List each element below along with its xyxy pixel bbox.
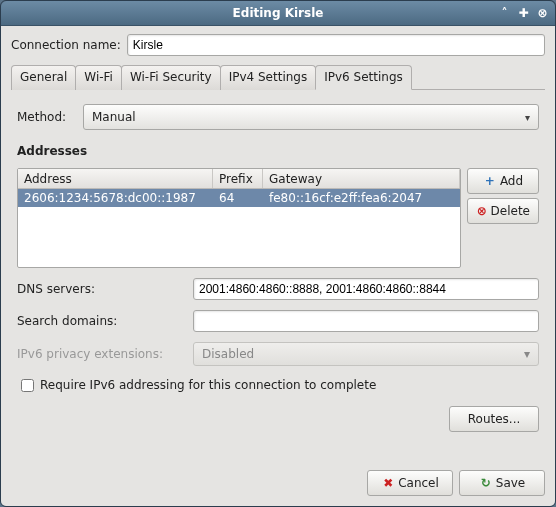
cancel-icon: ✖	[381, 476, 395, 490]
save-label: Save	[496, 476, 525, 490]
table-row[interactable]: 2606:1234:5678:dc00::1987 64 fe80::16cf:…	[18, 189, 460, 207]
search-domains-input[interactable]	[193, 310, 539, 332]
tab-ipv6-settings[interactable]: IPv6 Settings	[315, 65, 412, 90]
cancel-label: Cancel	[398, 476, 439, 490]
dns-input[interactable]	[193, 278, 539, 300]
window-title: Editing Kirsle	[233, 6, 324, 20]
titlebar[interactable]: Editing Kirsle ˄ ✚ ⊗	[1, 1, 555, 26]
require-ipv6-checkbox[interactable]	[21, 379, 34, 392]
addresses-table[interactable]: Address Prefix Gateway 2606:1234:5678:dc…	[17, 168, 461, 268]
cell-prefix: 64	[213, 190, 263, 206]
tab-wifi[interactable]: Wi-Fi	[75, 65, 122, 90]
routes-label: Routes...	[468, 412, 521, 426]
save-icon: ↻	[479, 476, 493, 490]
maximize-icon[interactable]: ✚	[515, 4, 532, 21]
privacy-ext-select: Disabled ▾	[193, 342, 539, 366]
add-button[interactable]: + Add	[467, 168, 539, 194]
connection-name-input[interactable]	[127, 34, 545, 56]
plus-icon: +	[483, 174, 497, 188]
delete-label: Delete	[491, 204, 530, 218]
addresses-title: Addresses	[17, 144, 539, 158]
tab-bar: General Wi-Fi Wi-Fi Security IPv4 Settin…	[11, 64, 545, 90]
tab-wifi-security[interactable]: Wi-Fi Security	[121, 65, 221, 90]
method-label: Method:	[17, 110, 77, 124]
close-icon[interactable]: ⊗	[534, 4, 551, 21]
delete-icon: ⊗	[476, 204, 488, 218]
cancel-button[interactable]: ✖ Cancel	[367, 470, 453, 496]
method-select[interactable]: Manual ▾	[83, 104, 539, 130]
search-domains-label: Search domains:	[17, 314, 187, 328]
tab-general[interactable]: General	[11, 65, 76, 90]
dns-label: DNS servers:	[17, 282, 187, 296]
privacy-ext-value: Disabled	[202, 347, 254, 361]
privacy-ext-label: IPv6 privacy extensions:	[17, 347, 187, 361]
method-value: Manual	[92, 110, 136, 124]
col-gateway[interactable]: Gateway	[263, 169, 460, 188]
col-prefix[interactable]: Prefix	[213, 169, 263, 188]
require-ipv6-label[interactable]: Require IPv6 addressing for this connect…	[40, 378, 376, 392]
cell-gateway: fe80::16cf:e2ff:fea6:2047	[263, 190, 460, 206]
connection-name-label: Connection name:	[11, 38, 121, 52]
save-button[interactable]: ↻ Save	[459, 470, 545, 496]
cell-address: 2606:1234:5678:dc00::1987	[18, 190, 213, 206]
delete-button[interactable]: ⊗ Delete	[467, 198, 539, 224]
chevron-down-icon: ▾	[524, 347, 530, 361]
tab-ipv4-settings[interactable]: IPv4 Settings	[220, 65, 317, 90]
collapse-icon[interactable]: ˄	[496, 4, 513, 21]
add-label: Add	[500, 174, 523, 188]
routes-button[interactable]: Routes...	[449, 406, 539, 432]
chevron-down-icon: ▾	[525, 112, 530, 123]
col-address[interactable]: Address	[18, 169, 213, 188]
